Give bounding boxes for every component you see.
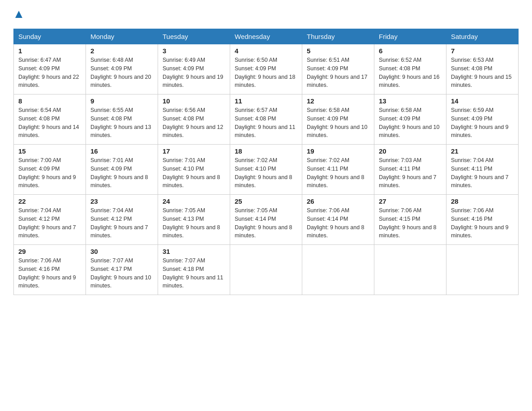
calendar-cell: 27 Sunrise: 7:06 AMSunset: 4:15 PMDaylig… bbox=[374, 195, 446, 245]
calendar-table: SundayMondayTuesdayWednesdayThursdayFrid… bbox=[13, 29, 519, 295]
week-row-2: 8 Sunrise: 6:54 AMSunset: 4:08 PMDayligh… bbox=[14, 94, 519, 145]
calendar-cell: 25 Sunrise: 7:05 AMSunset: 4:14 PMDaylig… bbox=[230, 195, 302, 245]
calendar-cell: 23 Sunrise: 7:04 AMSunset: 4:12 PMDaylig… bbox=[86, 195, 158, 245]
calendar-cell: 31 Sunrise: 7:07 AMSunset: 4:18 PMDaylig… bbox=[158, 245, 230, 295]
calendar-cell: 18 Sunrise: 7:02 AMSunset: 4:10 PMDaylig… bbox=[230, 145, 302, 195]
day-info: Sunrise: 7:05 AMSunset: 4:13 PMDaylight:… bbox=[163, 206, 225, 240]
calendar-cell bbox=[230, 245, 302, 295]
day-info: Sunrise: 7:06 AMSunset: 4:16 PMDaylight:… bbox=[18, 257, 81, 290]
calendar-cell: 11 Sunrise: 6:57 AMSunset: 4:08 PMDaylig… bbox=[230, 94, 302, 145]
day-info: Sunrise: 7:03 AMSunset: 4:11 PMDaylight:… bbox=[379, 156, 442, 190]
weekday-header-tuesday: Tuesday bbox=[158, 29, 230, 44]
day-number: 26 bbox=[307, 197, 369, 205]
day-info: Sunrise: 7:02 AMSunset: 4:11 PMDaylight:… bbox=[307, 156, 369, 190]
day-number: 27 bbox=[379, 197, 442, 205]
day-info: Sunrise: 6:49 AMSunset: 4:09 PMDaylight:… bbox=[163, 56, 225, 90]
calendar-cell: 13 Sunrise: 6:58 AMSunset: 4:09 PMDaylig… bbox=[374, 94, 446, 145]
day-info: Sunrise: 6:58 AMSunset: 4:09 PMDaylight:… bbox=[307, 106, 369, 140]
svg-marker-0 bbox=[15, 11, 22, 18]
calendar-cell: 4 Sunrise: 6:50 AMSunset: 4:09 PMDayligh… bbox=[230, 44, 302, 94]
day-number: 25 bbox=[235, 197, 297, 205]
day-number: 4 bbox=[235, 47, 297, 55]
day-info: Sunrise: 7:04 AMSunset: 4:11 PMDaylight:… bbox=[451, 156, 514, 190]
day-info: Sunrise: 7:00 AMSunset: 4:09 PMDaylight:… bbox=[18, 156, 81, 190]
day-number: 19 bbox=[307, 147, 369, 155]
day-info: Sunrise: 7:01 AMSunset: 4:10 PMDaylight:… bbox=[163, 156, 225, 190]
weekday-header-monday: Monday bbox=[86, 29, 158, 44]
day-number: 13 bbox=[379, 97, 442, 105]
calendar-cell: 29 Sunrise: 7:06 AMSunset: 4:16 PMDaylig… bbox=[14, 245, 86, 295]
day-number: 5 bbox=[307, 47, 369, 55]
day-number: 12 bbox=[307, 97, 369, 105]
calendar-cell: 22 Sunrise: 7:04 AMSunset: 4:12 PMDaylig… bbox=[14, 195, 86, 245]
logo-arrow-icon bbox=[14, 10, 23, 20]
weekday-header-saturday: Saturday bbox=[446, 29, 519, 44]
day-info: Sunrise: 6:55 AMSunset: 4:08 PMDaylight:… bbox=[90, 106, 153, 140]
day-info: Sunrise: 6:51 AMSunset: 4:09 PMDaylight:… bbox=[307, 56, 369, 90]
day-info: Sunrise: 6:47 AMSunset: 4:09 PMDaylight:… bbox=[18, 56, 81, 90]
day-number: 20 bbox=[379, 147, 442, 155]
calendar-cell: 24 Sunrise: 7:05 AMSunset: 4:13 PMDaylig… bbox=[158, 195, 230, 245]
day-number: 17 bbox=[163, 147, 225, 155]
week-row-1: 1 Sunrise: 6:47 AMSunset: 4:09 PMDayligh… bbox=[14, 44, 519, 94]
calendar-cell: 16 Sunrise: 7:01 AMSunset: 4:09 PMDaylig… bbox=[86, 145, 158, 195]
day-info: Sunrise: 7:07 AMSunset: 4:18 PMDaylight:… bbox=[163, 257, 225, 290]
calendar-cell: 28 Sunrise: 7:06 AMSunset: 4:16 PMDaylig… bbox=[446, 195, 519, 245]
week-row-3: 15 Sunrise: 7:00 AMSunset: 4:09 PMDaylig… bbox=[14, 145, 519, 195]
day-info: Sunrise: 6:48 AMSunset: 4:09 PMDaylight:… bbox=[90, 56, 153, 90]
calendar-cell bbox=[302, 245, 374, 295]
day-info: Sunrise: 6:53 AMSunset: 4:08 PMDaylight:… bbox=[451, 56, 514, 90]
day-info: Sunrise: 6:54 AMSunset: 4:08 PMDaylight:… bbox=[18, 106, 81, 140]
calendar-cell bbox=[446, 245, 519, 295]
day-number: 22 bbox=[18, 197, 81, 205]
day-number: 16 bbox=[90, 147, 153, 155]
day-info: Sunrise: 7:04 AMSunset: 4:12 PMDaylight:… bbox=[90, 206, 153, 240]
calendar-cell: 2 Sunrise: 6:48 AMSunset: 4:09 PMDayligh… bbox=[86, 44, 158, 94]
day-info: Sunrise: 7:06 AMSunset: 4:15 PMDaylight:… bbox=[379, 206, 442, 240]
day-number: 24 bbox=[163, 197, 225, 205]
day-number: 28 bbox=[451, 197, 514, 205]
day-number: 1 bbox=[18, 47, 81, 55]
day-number: 18 bbox=[235, 147, 297, 155]
page-header bbox=[13, 9, 519, 20]
weekday-header-thursday: Thursday bbox=[302, 29, 374, 44]
calendar-cell: 21 Sunrise: 7:04 AMSunset: 4:11 PMDaylig… bbox=[446, 145, 519, 195]
week-row-5: 29 Sunrise: 7:06 AMSunset: 4:16 PMDaylig… bbox=[14, 245, 519, 295]
calendar-cell: 5 Sunrise: 6:51 AMSunset: 4:09 PMDayligh… bbox=[302, 44, 374, 94]
calendar-cell: 30 Sunrise: 7:07 AMSunset: 4:17 PMDaylig… bbox=[86, 245, 158, 295]
calendar-cell bbox=[374, 245, 446, 295]
day-number: 8 bbox=[18, 97, 81, 105]
calendar-cell: 8 Sunrise: 6:54 AMSunset: 4:08 PMDayligh… bbox=[14, 94, 86, 145]
calendar-cell: 15 Sunrise: 7:00 AMSunset: 4:09 PMDaylig… bbox=[14, 145, 86, 195]
day-number: 3 bbox=[163, 47, 225, 55]
calendar-cell: 12 Sunrise: 6:58 AMSunset: 4:09 PMDaylig… bbox=[302, 94, 374, 145]
day-info: Sunrise: 6:59 AMSunset: 4:09 PMDaylight:… bbox=[451, 106, 514, 140]
day-info: Sunrise: 7:01 AMSunset: 4:09 PMDaylight:… bbox=[90, 156, 153, 190]
calendar-cell: 1 Sunrise: 6:47 AMSunset: 4:09 PMDayligh… bbox=[14, 44, 86, 94]
weekday-header-wednesday: Wednesday bbox=[230, 29, 302, 44]
day-number: 9 bbox=[90, 97, 153, 105]
day-number: 2 bbox=[90, 47, 153, 55]
calendar-cell: 19 Sunrise: 7:02 AMSunset: 4:11 PMDaylig… bbox=[302, 145, 374, 195]
day-info: Sunrise: 6:56 AMSunset: 4:08 PMDaylight:… bbox=[163, 106, 225, 140]
week-row-4: 22 Sunrise: 7:04 AMSunset: 4:12 PMDaylig… bbox=[14, 195, 519, 245]
day-info: Sunrise: 6:52 AMSunset: 4:08 PMDaylight:… bbox=[379, 56, 442, 90]
day-info: Sunrise: 7:06 AMSunset: 4:16 PMDaylight:… bbox=[451, 206, 514, 240]
weekday-header-sunday: Sunday bbox=[14, 29, 86, 44]
day-number: 15 bbox=[18, 147, 81, 155]
calendar-cell: 10 Sunrise: 6:56 AMSunset: 4:08 PMDaylig… bbox=[158, 94, 230, 145]
day-number: 30 bbox=[90, 248, 153, 255]
day-number: 14 bbox=[451, 97, 514, 105]
day-number: 21 bbox=[451, 147, 514, 155]
calendar-cell: 14 Sunrise: 6:59 AMSunset: 4:09 PMDaylig… bbox=[446, 94, 519, 145]
day-info: Sunrise: 6:57 AMSunset: 4:08 PMDaylight:… bbox=[235, 106, 297, 140]
day-number: 31 bbox=[163, 248, 225, 255]
day-number: 10 bbox=[163, 97, 225, 105]
day-info: Sunrise: 7:05 AMSunset: 4:14 PMDaylight:… bbox=[235, 206, 297, 240]
calendar-cell: 20 Sunrise: 7:03 AMSunset: 4:11 PMDaylig… bbox=[374, 145, 446, 195]
day-info: Sunrise: 6:50 AMSunset: 4:09 PMDaylight:… bbox=[235, 56, 297, 90]
day-info: Sunrise: 7:04 AMSunset: 4:12 PMDaylight:… bbox=[18, 206, 81, 240]
day-info: Sunrise: 7:07 AMSunset: 4:17 PMDaylight:… bbox=[90, 257, 153, 290]
day-number: 6 bbox=[379, 47, 442, 55]
calendar-cell: 26 Sunrise: 7:06 AMSunset: 4:14 PMDaylig… bbox=[302, 195, 374, 245]
